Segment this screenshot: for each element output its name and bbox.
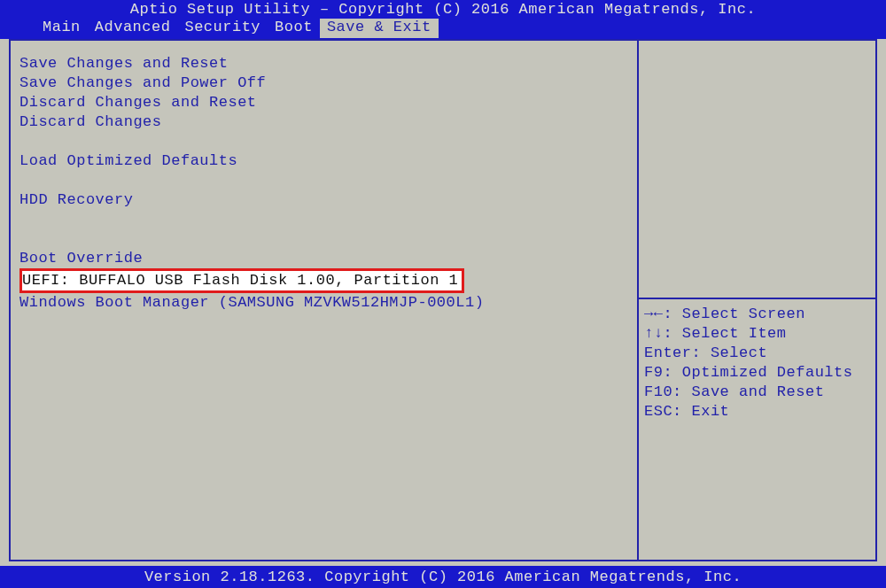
side-panel: →←: Select Screen ↑↓: Select Item Enter:… xyxy=(638,39,877,561)
boot-override-label: Boot Override xyxy=(19,249,628,268)
tab-main[interactable]: Main xyxy=(35,19,88,38)
help-esc: ESC: Exit xyxy=(644,402,870,422)
tabs-row: Main Advanced Security Boot Save & Exit xyxy=(0,19,886,38)
menu-load-defaults[interactable]: Load Optimized Defaults xyxy=(19,151,628,171)
bios-title: Aptio Setup Utility – Copyright (C) 2016… xyxy=(0,0,886,19)
menu-hdd-recovery[interactable]: HDD Recovery xyxy=(19,190,628,210)
help-select-item: ↑↓: Select Item xyxy=(644,324,870,344)
tab-advanced[interactable]: Advanced xyxy=(88,19,178,38)
menu-discard-reset[interactable]: Discard Changes and Reset xyxy=(19,93,628,112)
content-area: Save Changes and Reset Save Changes and … xyxy=(0,39,886,561)
main-panel: Save Changes and Reset Save Changes and … xyxy=(9,39,638,561)
menu-save-poweroff[interactable]: Save Changes and Power Off xyxy=(19,74,628,93)
help-enter: Enter: Select xyxy=(644,344,870,363)
menu-discard-changes[interactable]: Discard Changes xyxy=(19,112,628,132)
help-select-screen: →←: Select Screen xyxy=(644,305,870,324)
menu-save-reset[interactable]: Save Changes and Reset xyxy=(19,54,628,74)
tab-save-exit[interactable]: Save & Exit xyxy=(320,19,439,38)
header-bar: Aptio Setup Utility – Copyright (C) 2016… xyxy=(0,0,886,39)
boot-entry-windows[interactable]: Windows Boot Manager (SAMSUNG MZVKW512HM… xyxy=(19,293,628,313)
boot-entry-uefi-usb[interactable]: UEFI: BUFFALO USB Flash Disk 1.00, Parti… xyxy=(19,268,464,293)
tab-boot[interactable]: Boot xyxy=(268,19,320,38)
footer-bar: Version 2.18.1263. Copyright (C) 2016 Am… xyxy=(0,566,886,588)
help-f10: F10: Save and Reset xyxy=(644,383,870,402)
help-section: →←: Select Screen ↑↓: Select Item Enter:… xyxy=(639,298,875,427)
help-f9: F9: Optimized Defaults xyxy=(644,363,870,383)
tab-security[interactable]: Security xyxy=(177,19,268,38)
